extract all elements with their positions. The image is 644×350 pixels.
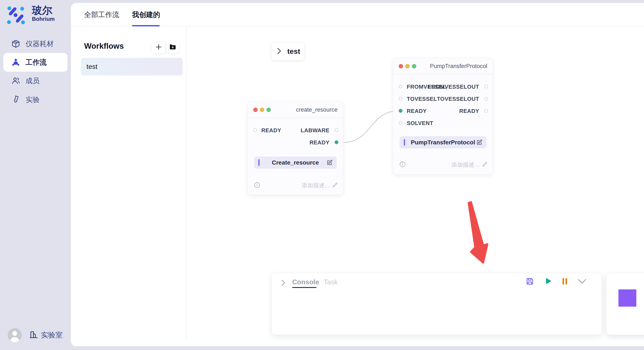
box-icon [11,39,20,48]
tab-task[interactable]: Task [324,278,338,286]
port-in-ready[interactable] [399,109,402,113]
sidebar-footer: 实验室 [0,327,71,344]
save-icon[interactable] [526,277,534,286]
port-in-fromvessel[interactable] [399,85,402,88]
node-footer: 添加描述... [399,161,488,169]
port-label: READY [261,127,281,134]
folder-import-icon [169,43,176,52]
node-pill-pump-transfer[interactable]: PumpTransferProtocol [400,136,486,149]
node-pump-transfer-protocol[interactable]: PumpTransferProtocol FROMVESSEL FROMVESS… [393,58,493,174]
members-icon [11,76,20,85]
workflow-users-icon [11,58,20,67]
console-panel: Console Task [271,273,602,335]
tab-all-workflows[interactable]: 全部工作流 [84,3,119,26]
dot-green-icon [266,108,271,112]
port-in-tovessel[interactable] [399,97,402,101]
port-out-labware[interactable] [334,128,338,132]
lab-switcher[interactable]: 实验室 [29,330,62,340]
edit-icon[interactable] [326,159,333,167]
active-tab-underline [132,25,160,26]
sidebar-item-members[interactable]: 成员 [0,71,71,90]
pill-accent-bar [258,159,260,166]
dot-yellow-icon [405,64,410,68]
top-tabs: 全部工作流 我创建的 [71,3,644,26]
bohrium-logo-icon [6,5,28,27]
port-label: READY [407,108,427,114]
pill-accent-bar [404,139,405,146]
port-label: FROMVESSELOUT [428,84,479,90]
pencil-icon [332,182,338,189]
node-footer: 添加描述... [254,181,338,189]
sidebar-item-instruments[interactable]: 仪器耗材 [0,34,71,53]
workflow-list-item-test[interactable]: test [81,58,183,75]
pill-label: Create_resource [254,159,337,166]
pill-label: PumpTransferProtocol [400,139,486,146]
chevron-right-icon [276,48,282,55]
info-icon[interactable] [399,161,406,169]
add-description[interactable]: 添加描述... [302,181,338,189]
node-header: create_resource [248,102,343,118]
node-header: PumpTransferProtocol [393,58,493,74]
plus-icon [155,43,162,51]
run-icon[interactable] [544,277,552,286]
dot-yellow-icon [260,108,264,112]
test-tube-icon [11,95,20,104]
breadcrumb-label: test [287,47,300,55]
port-out-fromvesselout[interactable] [484,85,488,88]
workflows-panel-title: Workflows [84,42,124,51]
workflow-canvas[interactable]: test ⌘ 美化 [186,27,644,346]
tab-console[interactable]: Console [292,278,319,286]
node-create-resource[interactable]: create_resource READY LABWARE READ [248,101,343,195]
description-placeholder: 添加描述... [302,181,330,189]
port-in-solvent[interactable] [399,121,402,125]
brand-name-en: Bohrium [32,16,55,22]
breadcrumb[interactable]: test [271,42,304,60]
port-out-ready[interactable] [484,109,488,113]
tab-my-created[interactable]: 我创建的 [132,3,160,26]
workflow-item-label: test [86,63,98,71]
collapse-chevron-icon[interactable] [578,279,586,284]
node-title: PumpTransferProtocol [430,58,487,74]
port-label: TOVESSELOUT [437,96,479,102]
sidebar: 玻尔 Bohrium 仪器耗材 工作流 [0,0,71,350]
description-placeholder: 添加描述... [451,161,479,169]
dot-red-icon [399,64,403,68]
main-content: 全部工作流 我创建的 Workflows test [71,3,644,346]
sidebar-item-label: 成员 [26,76,40,86]
node-title: create_resource [296,102,338,118]
sidebar-item-label: 实验 [26,95,40,105]
console-expand-chevron-icon[interactable] [280,279,286,287]
console-tab-underline [292,287,316,288]
app-window: 玻尔 Bohrium 仪器耗材 工作流 [0,0,644,350]
port-in-ready[interactable] [253,128,257,132]
edit-icon[interactable] [476,139,482,146]
dot-red-icon [253,108,258,112]
import-workflow-button[interactable] [166,42,179,53]
add-workflow-button[interactable] [152,42,165,53]
building-icon [29,330,38,340]
brand-logo: 玻尔 Bohrium [6,5,55,27]
node-pill-create-resource[interactable]: Create_resource [254,157,337,169]
port-out-ready[interactable] [334,140,338,144]
minimap[interactable] [606,273,644,335]
pause-icon[interactable] [561,277,568,285]
user-avatar[interactable] [8,328,22,342]
port-label: SOLVENT [407,120,433,127]
pencil-icon [482,161,488,168]
sidebar-item-workflow[interactable]: 工作流 [0,53,71,72]
port-label: READY [459,108,479,114]
sidebar-item-label: 工作流 [26,58,47,67]
port-label: READY [310,139,330,146]
minimap-node-create-resource [618,289,636,307]
dot-green-icon [412,64,416,68]
port-label: LABWARE [301,127,330,134]
info-icon[interactable] [254,181,260,189]
port-out-tovesselout[interactable] [484,97,488,101]
sidebar-item-label: 仪器耗材 [26,39,54,49]
brand-name-zh: 玻尔 [32,5,55,16]
add-description[interactable]: 添加描述... [451,161,488,169]
sidebar-item-experiments[interactable]: 实验 [0,90,71,109]
lab-label: 实验室 [41,330,62,340]
port-label: TOVESSEL [407,96,437,102]
